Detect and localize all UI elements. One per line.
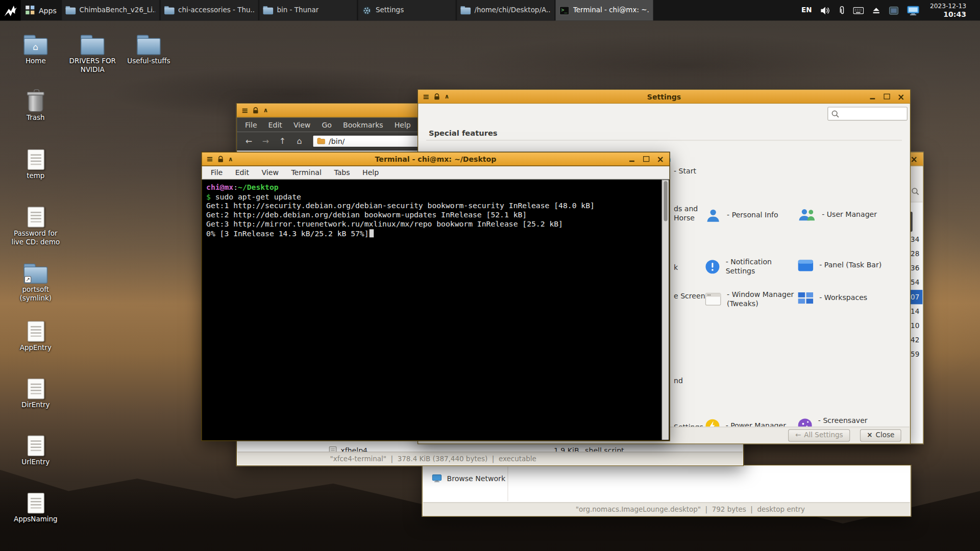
- document-icon: [27, 149, 44, 170]
- terminal-titlebar[interactable]: Terminal - chi@mx: ~/Desktop: [202, 153, 670, 166]
- close-button[interactable]: [910, 155, 918, 163]
- sidebar-item-browse-network[interactable]: Browse Network: [432, 474, 505, 483]
- taskbar-button-settings[interactable]: Settings: [358, 0, 456, 20]
- window-menu-icon[interactable]: [241, 106, 248, 114]
- window-terminal: Terminal - chi@mx: ~/Desktop File Edit V…: [201, 152, 670, 441]
- statusbar-text: "org.nomacs.ImageLounge.desktop" | 792 b…: [576, 505, 805, 513]
- all-settings-button[interactable]: All Settings: [788, 429, 850, 441]
- taskbar-button-terminal[interactable]: Terminal - chi@mx: ~...: [556, 0, 653, 20]
- desktop-icon-useful-stuffs[interactable]: Useful-stuffs: [120, 34, 177, 66]
- taskbar-button-chimbabench[interactable]: ChimbaBench_v26_Li...: [62, 0, 159, 20]
- shade-icon[interactable]: [228, 156, 233, 162]
- lock-icon[interactable]: [433, 93, 440, 101]
- terminal-output-line: Get:3 http://mirror.truenetwork.ru/mxlin…: [206, 220, 658, 229]
- desktop-icon-trash[interactable]: Trash: [8, 91, 64, 123]
- home-button[interactable]: [292, 134, 307, 148]
- apps-grid-icon: [26, 6, 35, 15]
- settings-item-window-manager[interactable]: - Window Manager (Tweaks): [705, 290, 797, 309]
- panel-time: 10:43: [930, 10, 966, 19]
- settings-item-label: - Workspaces: [819, 293, 867, 303]
- close-settings-button[interactable]: Close: [860, 429, 901, 441]
- settings-item-screensaver[interactable]: - Screensaver Settings: [797, 416, 872, 427]
- settings-item-panel-taskbar[interactable]: - Panel (Task Bar): [797, 259, 881, 272]
- close-button[interactable]: [656, 155, 665, 163]
- search-icon[interactable]: [911, 186, 919, 198]
- close-button[interactable]: [897, 92, 905, 101]
- path-text: /bin/: [329, 137, 345, 145]
- menu-help[interactable]: Help: [389, 120, 416, 129]
- settings-search-input[interactable]: [827, 107, 908, 120]
- volume-icon[interactable]: [820, 6, 830, 15]
- menu-edit[interactable]: Edit: [263, 120, 288, 129]
- settings-titlebar[interactable]: Settings: [418, 90, 910, 104]
- menu-tabs[interactable]: Tabs: [328, 168, 356, 177]
- settings-item-personal-info[interactable]: - Personal Info: [705, 208, 778, 224]
- back-button[interactable]: [241, 134, 256, 148]
- window-menu-icon[interactable]: [423, 92, 429, 101]
- window-menu-icon[interactable]: [206, 155, 213, 163]
- forward-button[interactable]: [258, 134, 273, 148]
- desktop-icon-appsnaming[interactable]: AppsNaming: [8, 492, 64, 524]
- menu-view[interactable]: View: [288, 120, 316, 129]
- desktop-icon-urlentry[interactable]: UrlEntry: [8, 434, 64, 467]
- minimize-button[interactable]: [627, 155, 635, 163]
- terminal-prompt-line: chi@mx:~/Desktop: [206, 183, 658, 192]
- keyboard-icon[interactable]: [853, 7, 864, 14]
- taskbar-button-desktop-folder[interactable]: /home/chi/Desktop/A...: [457, 0, 554, 20]
- tray-app-icon[interactable]: [889, 6, 899, 15]
- clock[interactable]: 2023-12-13 10:43: [930, 2, 966, 19]
- menu-file[interactable]: File: [204, 168, 229, 177]
- shade-icon[interactable]: [444, 93, 449, 99]
- menu-edit[interactable]: Edit: [229, 168, 255, 177]
- settings-fragment-ds-and: ds and: [674, 204, 698, 213]
- lock-icon[interactable]: [252, 107, 259, 114]
- desktop-icon-home[interactable]: Home: [8, 34, 64, 66]
- desktop-icon-drivers-nvidia[interactable]: DRIVERS FOR NVIDIA: [64, 34, 120, 74]
- taskbar-button-bin-thunar[interactable]: bin - Thunar: [259, 0, 357, 20]
- desktop-icon-appentry[interactable]: AppEntry: [8, 320, 64, 353]
- desktop-icon-label: temp: [27, 172, 44, 181]
- menu-bookmarks[interactable]: Bookmarks: [337, 120, 389, 129]
- network-icon: [432, 474, 442, 483]
- taskbar-button-chi-accessories[interactable]: chi-accessories - Thu...: [161, 0, 258, 20]
- menu-go[interactable]: Go: [316, 120, 337, 129]
- keyboard-layout-indicator[interactable]: EN: [801, 6, 812, 14]
- lock-icon[interactable]: [217, 155, 225, 163]
- settings-item-user-manager[interactable]: - User Manager: [797, 208, 877, 222]
- mx-menu-button[interactable]: [0, 0, 20, 20]
- maximize-button[interactable]: [883, 92, 891, 101]
- apps-button[interactable]: Apps: [20, 0, 60, 20]
- settings-item-label: - Power Manager: [726, 421, 786, 427]
- task-label: Settings: [376, 6, 404, 14]
- settings-fragment-start[interactable]: - Start: [674, 167, 696, 176]
- terminal-screen[interactable]: chi@mx:~/Desktop $sudo apt-get update Ge…: [203, 180, 662, 440]
- shade-icon[interactable]: [263, 107, 268, 113]
- settings-item-notification[interactable]: - Notification Settings: [705, 257, 777, 276]
- settings-fragment-e-screen: e Screen: [674, 292, 705, 300]
- up-button[interactable]: [275, 134, 290, 148]
- maximize-button[interactable]: [642, 155, 650, 163]
- scrollbar-thumb[interactable]: [664, 181, 667, 221]
- display-icon[interactable]: [907, 5, 919, 15]
- clipboard-paperclip-icon[interactable]: [838, 6, 845, 15]
- settings-item-power-manager[interactable]: - Power Manager: [705, 418, 786, 427]
- settings-item-label: - Notification Settings: [726, 257, 777, 276]
- terminal-menubar: File Edit View Terminal Tabs Help: [202, 166, 670, 180]
- desktop-icon-temp[interactable]: temp: [8, 148, 64, 181]
- menu-terminal[interactable]: Terminal: [285, 168, 328, 177]
- settings-item-workspaces[interactable]: - Workspaces: [797, 291, 867, 305]
- desktop-icon-portsoft[interactable]: portsoft (symlink): [8, 263, 64, 304]
- document-icon: [27, 435, 44, 456]
- menu-help[interactable]: Help: [356, 168, 385, 177]
- terminal-scrollbar[interactable]: [662, 180, 669, 440]
- task-label: bin - Thunar: [277, 6, 318, 14]
- minimize-button[interactable]: [868, 92, 876, 101]
- menu-file[interactable]: File: [239, 120, 263, 129]
- eject-icon[interactable]: [872, 6, 880, 14]
- desktop-icon-direntry[interactable]: DirEntry: [8, 378, 64, 410]
- desktop-icon-label: Home: [26, 57, 46, 66]
- person-icon: [705, 208, 721, 224]
- desktop-icon-label: Useful-stuffs: [127, 57, 170, 66]
- desktop-icon-password-livecd[interactable]: Password for live CD: demo: [8, 206, 64, 247]
- menu-view[interactable]: View: [255, 168, 285, 177]
